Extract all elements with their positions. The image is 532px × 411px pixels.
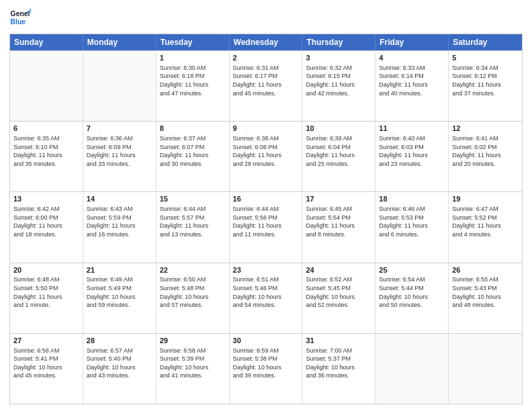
header-day-sunday: Sunday: [10, 34, 83, 50]
cal-cell: 22Sunrise: 6:50 AM Sunset: 5:48 PM Dayli…: [157, 263, 230, 333]
day-info: Sunrise: 6:37 AM Sunset: 6:07 PM Dayligh…: [160, 134, 226, 168]
day-number: 13: [13, 194, 79, 204]
cal-cell: 11Sunrise: 6:40 AM Sunset: 6:03 PM Dayli…: [375, 122, 449, 191]
cal-cell: 21Sunrise: 6:49 AM Sunset: 5:49 PM Dayli…: [83, 263, 157, 333]
week-row-1: 1Sunrise: 6:30 AM Sunset: 6:18 PM Daylig…: [10, 50, 522, 121]
cal-cell: 2Sunrise: 6:31 AM Sunset: 6:17 PM Daylig…: [230, 51, 303, 121]
header-day-friday: Friday: [375, 34, 449, 50]
week-row-3: 13Sunrise: 6:42 AM Sunset: 6:00 PM Dayli…: [10, 191, 522, 262]
day-info: Sunrise: 6:30 AM Sunset: 6:18 PM Dayligh…: [160, 64, 226, 97]
day-info: Sunrise: 6:32 AM Sunset: 6:15 PM Dayligh…: [306, 64, 371, 97]
day-info: Sunrise: 6:45 AM Sunset: 5:54 PM Dayligh…: [306, 205, 371, 238]
day-number: 8: [160, 124, 226, 134]
day-info: Sunrise: 6:41 AM Sunset: 6:02 PM Dayligh…: [452, 134, 519, 168]
day-info: Sunrise: 6:58 AM Sunset: 5:39 PM Dayligh…: [160, 347, 226, 380]
day-number: 9: [233, 124, 299, 134]
day-number: 18: [379, 194, 445, 204]
day-number: 4: [379, 53, 445, 63]
cal-cell: 8Sunrise: 6:37 AM Sunset: 6:07 PM Daylig…: [157, 122, 230, 191]
cal-cell: 20Sunrise: 6:48 AM Sunset: 5:50 PM Dayli…: [10, 263, 83, 333]
day-number: 31: [306, 336, 371, 346]
cal-cell: 25Sunrise: 6:54 AM Sunset: 5:44 PM Dayli…: [375, 263, 449, 333]
cal-cell: 19Sunrise: 6:47 AM Sunset: 5:52 PM Dayli…: [449, 192, 522, 262]
cal-cell: 14Sunrise: 6:43 AM Sunset: 5:59 PM Dayli…: [83, 192, 157, 262]
header-day-wednesday: Wednesday: [230, 34, 303, 50]
cal-cell: 17Sunrise: 6:45 AM Sunset: 5:54 PM Dayli…: [302, 192, 375, 262]
day-info: Sunrise: 6:34 AM Sunset: 6:12 PM Dayligh…: [452, 64, 519, 97]
day-number: 19: [452, 194, 519, 204]
day-info: Sunrise: 6:52 AM Sunset: 5:45 PM Dayligh…: [306, 275, 371, 309]
day-number: 25: [379, 265, 445, 275]
logo: General Blue: [9, 7, 31, 28]
week-row-5: 27Sunrise: 6:56 AM Sunset: 5:41 PM Dayli…: [10, 333, 522, 404]
day-number: 6: [13, 124, 79, 134]
day-number: 20: [13, 265, 79, 275]
day-info: Sunrise: 6:39 AM Sunset: 6:04 PM Dayligh…: [306, 134, 371, 168]
header-day-monday: Monday: [83, 34, 157, 50]
day-info: Sunrise: 6:48 AM Sunset: 5:50 PM Dayligh…: [13, 275, 79, 309]
cal-cell: 31Sunrise: 7:00 AM Sunset: 5:37 PM Dayli…: [302, 334, 375, 404]
day-info: Sunrise: 6:36 AM Sunset: 6:09 PM Dayligh…: [87, 134, 152, 168]
day-number: 29: [160, 336, 226, 346]
day-info: Sunrise: 7:00 AM Sunset: 5:37 PM Dayligh…: [306, 347, 371, 380]
calendar-header: SundayMondayTuesdayWednesdayThursdayFrid…: [10, 34, 522, 50]
cal-cell: [449, 334, 522, 404]
svg-text:Blue: Blue: [11, 18, 26, 26]
day-info: Sunrise: 6:49 AM Sunset: 5:49 PM Dayligh…: [87, 275, 152, 309]
day-number: 23: [233, 265, 299, 275]
cal-cell: 9Sunrise: 6:38 AM Sunset: 6:06 PM Daylig…: [230, 122, 303, 191]
cal-cell: 4Sunrise: 6:33 AM Sunset: 6:14 PM Daylig…: [375, 51, 449, 121]
day-number: 11: [379, 124, 445, 134]
cal-cell: 5Sunrise: 6:34 AM Sunset: 6:12 PM Daylig…: [449, 51, 522, 121]
day-info: Sunrise: 6:33 AM Sunset: 6:14 PM Dayligh…: [379, 64, 445, 97]
calendar: SundayMondayTuesdayWednesdayThursdayFrid…: [9, 34, 523, 404]
day-number: 27: [13, 336, 79, 346]
day-info: Sunrise: 6:59 AM Sunset: 5:38 PM Dayligh…: [233, 347, 299, 380]
cal-cell: 24Sunrise: 6:52 AM Sunset: 5:45 PM Dayli…: [302, 263, 375, 333]
cal-cell: 3Sunrise: 6:32 AM Sunset: 6:15 PM Daylig…: [302, 51, 375, 121]
cal-cell: [10, 51, 83, 121]
day-info: Sunrise: 6:54 AM Sunset: 5:44 PM Dayligh…: [379, 275, 445, 309]
day-info: Sunrise: 6:31 AM Sunset: 6:17 PM Dayligh…: [233, 64, 299, 97]
day-info: Sunrise: 6:44 AM Sunset: 5:57 PM Dayligh…: [160, 205, 226, 238]
day-number: 10: [306, 124, 371, 134]
cal-cell: 10Sunrise: 6:39 AM Sunset: 6:04 PM Dayli…: [302, 122, 375, 191]
cal-cell: 23Sunrise: 6:51 AM Sunset: 5:46 PM Dayli…: [230, 263, 303, 333]
day-info: Sunrise: 6:38 AM Sunset: 6:06 PM Dayligh…: [233, 134, 299, 168]
header-day-saturday: Saturday: [449, 34, 522, 50]
day-info: Sunrise: 6:51 AM Sunset: 5:46 PM Dayligh…: [233, 275, 299, 309]
day-info: Sunrise: 6:42 AM Sunset: 6:00 PM Dayligh…: [13, 205, 79, 238]
day-number: 1: [160, 53, 226, 63]
day-info: Sunrise: 6:56 AM Sunset: 5:41 PM Dayligh…: [13, 347, 79, 380]
day-number: 7: [87, 124, 152, 134]
cal-cell: 12Sunrise: 6:41 AM Sunset: 6:02 PM Dayli…: [449, 122, 522, 191]
day-number: 3: [306, 53, 371, 63]
cal-cell: 27Sunrise: 6:56 AM Sunset: 5:41 PM Dayli…: [10, 334, 83, 404]
day-info: Sunrise: 6:47 AM Sunset: 5:52 PM Dayligh…: [452, 205, 519, 238]
day-info: Sunrise: 6:43 AM Sunset: 5:59 PM Dayligh…: [87, 205, 152, 238]
cal-cell: [375, 334, 449, 404]
day-number: 21: [87, 265, 152, 275]
day-number: 16: [233, 194, 299, 204]
cal-cell: 29Sunrise: 6:58 AM Sunset: 5:39 PM Dayli…: [157, 334, 230, 404]
day-info: Sunrise: 6:50 AM Sunset: 5:48 PM Dayligh…: [160, 275, 226, 309]
header-day-tuesday: Tuesday: [157, 34, 230, 50]
day-info: Sunrise: 6:44 AM Sunset: 5:56 PM Dayligh…: [233, 205, 299, 238]
day-number: 14: [87, 194, 152, 204]
day-info: Sunrise: 6:40 AM Sunset: 6:03 PM Dayligh…: [379, 134, 445, 168]
day-number: 5: [452, 53, 519, 63]
calendar-body: 1Sunrise: 6:30 AM Sunset: 6:18 PM Daylig…: [10, 50, 522, 404]
day-number: 26: [452, 265, 519, 275]
cal-cell: 15Sunrise: 6:44 AM Sunset: 5:57 PM Dayli…: [157, 192, 230, 262]
cal-cell: 1Sunrise: 6:30 AM Sunset: 6:18 PM Daylig…: [157, 51, 230, 121]
cal-cell: 7Sunrise: 6:36 AM Sunset: 6:09 PM Daylig…: [83, 122, 157, 191]
day-number: 17: [306, 194, 371, 204]
cal-cell: 28Sunrise: 6:57 AM Sunset: 5:40 PM Dayli…: [83, 334, 157, 404]
day-number: 28: [87, 336, 152, 346]
cal-cell: 13Sunrise: 6:42 AM Sunset: 6:00 PM Dayli…: [10, 192, 83, 262]
day-number: 22: [160, 265, 226, 275]
day-info: Sunrise: 6:46 AM Sunset: 5:53 PM Dayligh…: [379, 205, 445, 238]
cal-cell: 6Sunrise: 6:35 AM Sunset: 6:10 PM Daylig…: [10, 122, 83, 191]
day-info: Sunrise: 6:35 AM Sunset: 6:10 PM Dayligh…: [13, 134, 79, 168]
day-info: Sunrise: 6:55 AM Sunset: 5:43 PM Dayligh…: [452, 275, 519, 309]
